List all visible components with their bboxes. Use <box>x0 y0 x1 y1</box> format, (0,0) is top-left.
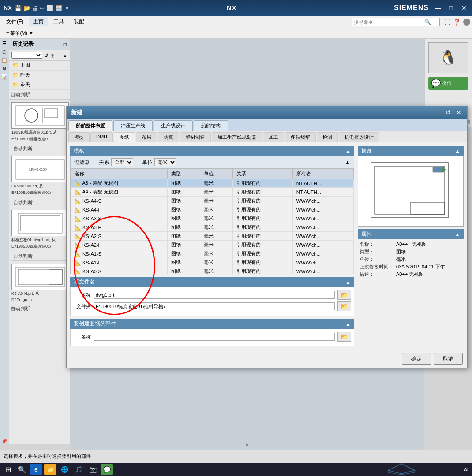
table-row[interactable]: 📐 KS-A3-H 图纸 毫米 引用现有的 WWW\ch... <box>71 223 354 232</box>
tab-production-design[interactable]: 生产线设计 <box>154 120 193 131</box>
part-collapse-icon[interactable]: ▲ <box>345 321 351 327</box>
name-row: 名称 📂 <box>73 290 351 300</box>
tab2-simulation[interactable]: 仿真 <box>158 132 179 142</box>
browser-icon[interactable]: 🌐 <box>58 464 71 475</box>
table-row[interactable]: 📐 A4 - 装配 无视图 图纸 毫米 引用现有的 NT AUTH... <box>71 188 354 197</box>
table-row[interactable]: 📐 KS-A1-S 图纸 毫米 引用现有的 WWW\ch... <box>71 249 354 258</box>
table-row[interactable]: 📐 KS-A4-H 图纸 毫米 引用现有的 WWW\ch... <box>71 205 354 214</box>
tab-stamping[interactable]: 冲压生产线 <box>113 120 153 131</box>
newfile-collapse-icon[interactable]: ▲ <box>345 279 351 285</box>
dialog-close-button[interactable]: ✕ <box>455 109 463 116</box>
tab2-machining-planner[interactable]: 加工生产线规划器 <box>212 132 262 142</box>
part-browse-button[interactable]: 📂 <box>337 332 351 342</box>
history-maximize-icon[interactable]: □ <box>64 41 67 48</box>
cell-name: 📐 KS-A1-S <box>71 249 168 258</box>
tab2-multi-axis[interactable]: 多轴烧熔 <box>285 132 316 142</box>
sidebar-icon-3[interactable]: 📋 <box>1 57 7 63</box>
tab2-model[interactable]: 模型 <box>68 132 90 142</box>
wechat-taskbar-icon[interactable]: 💬 <box>101 464 113 475</box>
media-glyph: 🎵 <box>75 466 82 473</box>
history-back-icon[interactable]: ↺ <box>44 52 49 59</box>
tab-ship-structure[interactable]: 船舶结构 <box>194 120 228 131</box>
close-button[interactable]: ✕ <box>460 4 468 11</box>
toolbar-icon-5[interactable]: ⬜ <box>46 5 53 11</box>
cell-name: 📐 KS-A2-S <box>71 232 168 241</box>
tab2-dmu[interactable]: DMU <box>90 132 113 142</box>
table-row[interactable]: 📐 KS-A2-H 图纸 毫米 引用现有的 WWW\ch... <box>71 241 354 249</box>
history-select[interactable] <box>11 52 42 59</box>
sidebar-icon-bottom[interactable]: 📌 <box>1 439 7 444</box>
tab2-drawing[interactable]: 图纸 <box>114 132 135 142</box>
part-name-input[interactable] <box>94 333 335 341</box>
relation-select[interactable]: 全部 <box>111 158 133 166</box>
sidebar-icon-5[interactable]: 📊 <box>1 74 7 80</box>
tab2-additive[interactable]: 增材制造 <box>180 132 211 142</box>
sidebar-item-yesterday[interactable]: 📁 昨天 <box>9 71 70 80</box>
maximize-button[interactable]: □ <box>446 4 455 11</box>
scroll-right-arrow[interactable]: ► <box>245 442 250 448</box>
folder-browse-button[interactable]: 📂 <box>337 301 351 311</box>
thumb-image-2[interactable]: LRM9X100 <box>11 156 69 182</box>
tab-ship-layout[interactable]: 船舶整体布置 <box>68 120 112 131</box>
tab2-layout[interactable]: 布局 <box>136 132 157 142</box>
tab2-machining[interactable]: 加工 <box>263 132 284 142</box>
tab2-inspection[interactable]: 检测 <box>317 132 338 142</box>
toolbar-icon-6[interactable]: 🪟 <box>55 5 62 11</box>
cell-relation: 引用现有的 <box>232 232 292 241</box>
table-row[interactable]: 📐 KS-A3-S 图纸 毫米 引用现有的 WWW\ch... <box>71 214 354 223</box>
tab2-mechatronics[interactable]: 机电概念设计 <box>339 132 379 142</box>
filter-collapse-icon[interactable]: ▲ <box>345 159 350 165</box>
toolbar-icon-4[interactable]: ↩ <box>40 5 45 11</box>
sidebar-icon-2[interactable]: ◷ <box>2 49 7 55</box>
menu-tools[interactable]: 工具 <box>49 17 68 26</box>
user-icon[interactable] <box>463 19 470 26</box>
template-table-container[interactable]: 名称 类型 单位 关系 所有者 📐 A3 - 装配 无视图 图纸 毫米 引用现有… <box>70 168 354 274</box>
menu-file[interactable]: 文件(F) <box>2 17 28 26</box>
thumb-image-4[interactable] <box>11 264 69 290</box>
sidebar-item-today[interactable]: 📁 今天 <box>9 80 70 90</box>
sidebar-icon-1[interactable]: ☰ <box>2 41 7 46</box>
table-row[interactable]: 📐 KS-A4-S 图纸 毫米 引用现有的 WWW\ch... <box>71 197 354 205</box>
sidebar-icon-4[interactable]: ⚙ <box>2 66 7 71</box>
search-icon[interactable]: 🔍 <box>424 19 431 25</box>
unit-select[interactable]: 毫米 <box>154 158 176 166</box>
thumb-image-1[interactable] <box>11 102 69 129</box>
preview-collapse-icon[interactable]: ▲ <box>455 148 460 154</box>
table-row[interactable]: 📐 KS-A2-S 图纸 毫米 引用现有的 WWW\ch... <box>71 232 354 241</box>
properties-collapse-icon[interactable]: ▲ <box>455 231 460 238</box>
expand-icon[interactable]: ⛶ <box>444 19 450 26</box>
media-icon[interactable]: 🎵 <box>72 464 85 475</box>
menu-home[interactable]: 主页 <box>29 17 48 26</box>
help-icon[interactable]: ❓ <box>453 19 461 26</box>
search-input[interactable] <box>354 19 424 25</box>
toolbar-icon-7[interactable]: ▼ <box>64 5 70 11</box>
start-button[interactable]: ⊞ <box>2 463 14 476</box>
folder-input[interactable] <box>94 302 335 310</box>
history-scroll-up[interactable]: ▲ <box>63 53 67 58</box>
photo-icon[interactable]: 📷 <box>86 464 99 475</box>
submenu-menu[interactable]: ≡ 菜单(M) ▼ <box>3 29 37 37</box>
folder-icon-3: 📁 <box>12 82 19 88</box>
minimize-button[interactable]: — <box>433 4 442 11</box>
folder-taskbar-icon[interactable]: 📁 <box>44 464 56 475</box>
dialog-refresh-button[interactable]: ↺ <box>444 109 452 116</box>
name-input[interactable] <box>94 291 335 299</box>
table-row[interactable]: 📐 KS-A1-H 图纸 毫米 引用现有的 WWW\ch... <box>71 258 354 267</box>
history-grid-icon[interactable]: ⊞ <box>50 52 55 59</box>
menu-assembly[interactable]: 装配 <box>69 17 89 26</box>
cancel-button[interactable]: 取消 <box>434 353 463 365</box>
thumb-image-3[interactable] <box>11 210 69 236</box>
name-browse-button[interactable]: 📂 <box>337 290 351 300</box>
toolbar-icon-2[interactable]: 📂 <box>23 5 30 11</box>
table-row[interactable]: 📐 KS-A0-S 图纸 毫米 引用现有的 WWW\ch... <box>71 267 354 275</box>
ok-button[interactable]: 确定 <box>402 353 431 365</box>
toolbar-icon-3[interactable]: 🖨 <box>32 5 38 11</box>
toolbar-icon-1[interactable]: 💾 <box>15 5 22 11</box>
wechat-button[interactable]: 💬 微信 <box>428 77 468 90</box>
template-collapse-icon[interactable]: ▲ <box>345 148 351 154</box>
sidebar-item-last-week[interactable]: 📁 上周 <box>9 61 70 71</box>
table-row[interactable]: 📐 A3 - 装配 无视图 图纸 毫米 引用现有的 NT AUTH... <box>71 179 354 188</box>
search-taskbar-button[interactable]: 🔍 <box>16 463 28 476</box>
ie-icon[interactable]: e <box>30 464 42 475</box>
search-box[interactable]: 🔍 <box>352 18 440 26</box>
